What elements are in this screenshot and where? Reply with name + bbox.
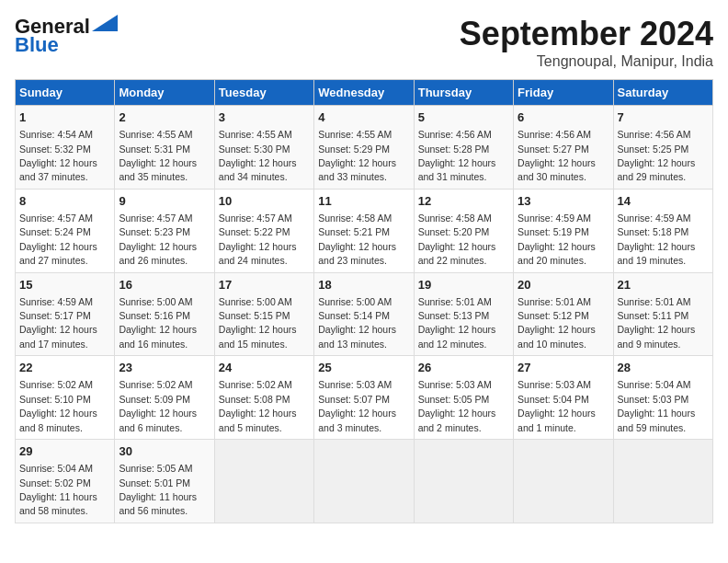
table-row: 23Sunrise: 5:02 AM Sunset: 5:09 PM Dayli… [115, 356, 214, 440]
table-row: 14Sunrise: 4:59 AM Sunset: 5:18 PM Dayli… [613, 189, 712, 272]
day-number: 25 [318, 360, 409, 376]
logo-blue: Blue [15, 33, 59, 57]
day-number: 23 [119, 360, 210, 376]
header-tuesday: Tuesday [214, 80, 313, 106]
week-row-4: 22Sunrise: 5:02 AM Sunset: 5:10 PM Dayli… [16, 356, 713, 440]
table-row: 17Sunrise: 5:00 AM Sunset: 5:15 PM Dayli… [214, 272, 313, 356]
day-number: 7 [618, 109, 709, 126]
header: General Blue September 2024 Tengnoupal, … [15, 15, 713, 70]
day-number: 6 [518, 109, 609, 126]
table-row: 9Sunrise: 4:57 AM Sunset: 5:23 PM Daylig… [115, 189, 214, 272]
day-info: Sunrise: 4:58 AM Sunset: 5:21 PM Dayligh… [318, 213, 396, 266]
table-row [214, 440, 313, 523]
day-number: 3 [219, 109, 310, 126]
day-number: 22 [19, 360, 110, 376]
table-row: 1Sunrise: 4:54 AM Sunset: 5:32 PM Daylig… [16, 106, 115, 190]
table-row: 29Sunrise: 5:04 AM Sunset: 5:02 PM Dayli… [16, 440, 115, 523]
day-number: 18 [318, 277, 409, 293]
day-info: Sunrise: 5:00 AM Sunset: 5:14 PM Dayligh… [318, 296, 396, 350]
day-info: Sunrise: 5:01 AM Sunset: 5:12 PM Dayligh… [518, 296, 596, 350]
table-row: 27Sunrise: 5:03 AM Sunset: 5:04 PM Dayli… [514, 356, 613, 440]
day-number: 5 [418, 109, 509, 126]
day-info: Sunrise: 4:59 AM Sunset: 5:19 PM Dayligh… [518, 213, 596, 266]
day-info: Sunrise: 5:02 AM Sunset: 5:08 PM Dayligh… [219, 379, 297, 432]
day-number: 13 [518, 193, 609, 210]
day-info: Sunrise: 4:59 AM Sunset: 5:18 PM Dayligh… [618, 213, 696, 266]
header-saturday: Saturday [613, 80, 712, 106]
header-sunday: Sunday [16, 80, 115, 106]
table-row: 22Sunrise: 5:02 AM Sunset: 5:10 PM Dayli… [16, 356, 115, 440]
header-wednesday: Wednesday [314, 80, 414, 106]
day-number: 29 [19, 443, 110, 460]
day-number: 21 [618, 277, 709, 293]
day-info: Sunrise: 5:03 AM Sunset: 5:04 PM Dayligh… [518, 379, 596, 432]
day-info: Sunrise: 5:00 AM Sunset: 5:15 PM Dayligh… [219, 296, 297, 350]
day-number: 20 [518, 277, 609, 293]
table-row: 19Sunrise: 5:01 AM Sunset: 5:13 PM Dayli… [414, 272, 513, 356]
days-header-row: Sunday Monday Tuesday Wednesday Thursday… [16, 80, 713, 106]
table-row: 10Sunrise: 4:57 AM Sunset: 5:22 PM Dayli… [214, 189, 313, 272]
day-number: 15 [19, 277, 110, 293]
day-info: Sunrise: 4:56 AM Sunset: 5:25 PM Dayligh… [618, 129, 696, 182]
day-number: 17 [219, 277, 310, 293]
day-number: 10 [219, 193, 310, 210]
day-info: Sunrise: 5:03 AM Sunset: 5:07 PM Dayligh… [318, 379, 396, 432]
day-info: Sunrise: 4:55 AM Sunset: 5:29 PM Dayligh… [318, 129, 396, 182]
day-info: Sunrise: 5:01 AM Sunset: 5:11 PM Dayligh… [618, 296, 696, 350]
day-info: Sunrise: 4:58 AM Sunset: 5:20 PM Dayligh… [418, 213, 496, 266]
day-number: 19 [418, 277, 509, 293]
week-row-3: 15Sunrise: 4:59 AM Sunset: 5:17 PM Dayli… [16, 272, 713, 356]
table-row: 6Sunrise: 4:56 AM Sunset: 5:27 PM Daylig… [514, 106, 613, 190]
day-number: 2 [119, 109, 210, 126]
week-row-5: 29Sunrise: 5:04 AM Sunset: 5:02 PM Dayli… [16, 440, 713, 523]
day-info: Sunrise: 5:03 AM Sunset: 5:05 PM Dayligh… [418, 379, 496, 432]
day-info: Sunrise: 5:01 AM Sunset: 5:13 PM Dayligh… [418, 296, 496, 350]
header-monday: Monday [115, 80, 214, 106]
logo-arrow-icon [92, 15, 118, 31]
header-friday: Friday [514, 80, 613, 106]
day-info: Sunrise: 4:54 AM Sunset: 5:32 PM Dayligh… [19, 129, 97, 182]
table-row [613, 440, 712, 523]
table-row: 28Sunrise: 5:04 AM Sunset: 5:03 PM Dayli… [613, 356, 712, 440]
day-info: Sunrise: 5:04 AM Sunset: 5:02 PM Dayligh… [19, 463, 97, 516]
table-row: 24Sunrise: 5:02 AM Sunset: 5:08 PM Dayli… [214, 356, 313, 440]
title-block: September 2024 Tengnoupal, Manipur, Indi… [460, 15, 713, 70]
month-title: September 2024 [460, 15, 713, 53]
table-row: 5Sunrise: 4:56 AM Sunset: 5:28 PM Daylig… [414, 106, 513, 190]
day-number: 28 [618, 360, 709, 376]
table-row: 21Sunrise: 5:01 AM Sunset: 5:11 PM Dayli… [613, 272, 712, 356]
table-row [514, 440, 613, 523]
table-row: 11Sunrise: 4:58 AM Sunset: 5:21 PM Dayli… [314, 189, 414, 272]
day-number: 4 [318, 109, 409, 126]
table-row: 15Sunrise: 4:59 AM Sunset: 5:17 PM Dayli… [16, 272, 115, 356]
table-row: 4Sunrise: 4:55 AM Sunset: 5:29 PM Daylig… [314, 106, 414, 190]
day-number: 26 [418, 360, 509, 376]
table-row: 3Sunrise: 4:55 AM Sunset: 5:30 PM Daylig… [214, 106, 313, 190]
week-row-1: 1Sunrise: 4:54 AM Sunset: 5:32 PM Daylig… [16, 106, 713, 190]
table-row: 26Sunrise: 5:03 AM Sunset: 5:05 PM Dayli… [414, 356, 513, 440]
day-number: 14 [618, 193, 709, 210]
header-thursday: Thursday [414, 80, 513, 106]
table-row: 12Sunrise: 4:58 AM Sunset: 5:20 PM Dayli… [414, 189, 513, 272]
day-info: Sunrise: 4:55 AM Sunset: 5:30 PM Dayligh… [219, 129, 297, 182]
location-title: Tengnoupal, Manipur, India [460, 53, 713, 70]
day-number: 16 [119, 277, 210, 293]
day-number: 30 [119, 443, 210, 460]
table-row: 2Sunrise: 4:55 AM Sunset: 5:31 PM Daylig… [115, 106, 214, 190]
calendar-table: Sunday Monday Tuesday Wednesday Thursday… [15, 79, 713, 523]
week-row-2: 8Sunrise: 4:57 AM Sunset: 5:24 PM Daylig… [16, 189, 713, 272]
table-row [414, 440, 513, 523]
table-row: 13Sunrise: 4:59 AM Sunset: 5:19 PM Dayli… [514, 189, 613, 272]
table-row [314, 440, 414, 523]
table-row: 7Sunrise: 4:56 AM Sunset: 5:25 PM Daylig… [613, 106, 712, 190]
day-number: 12 [418, 193, 509, 210]
table-row: 8Sunrise: 4:57 AM Sunset: 5:24 PM Daylig… [16, 189, 115, 272]
day-info: Sunrise: 5:02 AM Sunset: 5:10 PM Dayligh… [19, 379, 97, 432]
day-info: Sunrise: 5:00 AM Sunset: 5:16 PM Dayligh… [119, 296, 197, 350]
day-number: 8 [19, 193, 110, 210]
day-info: Sunrise: 5:04 AM Sunset: 5:03 PM Dayligh… [618, 379, 696, 432]
day-number: 27 [518, 360, 609, 376]
day-info: Sunrise: 4:57 AM Sunset: 5:24 PM Dayligh… [19, 213, 97, 266]
table-row: 25Sunrise: 5:03 AM Sunset: 5:07 PM Dayli… [314, 356, 414, 440]
table-row: 30Sunrise: 5:05 AM Sunset: 5:01 PM Dayli… [115, 440, 214, 523]
